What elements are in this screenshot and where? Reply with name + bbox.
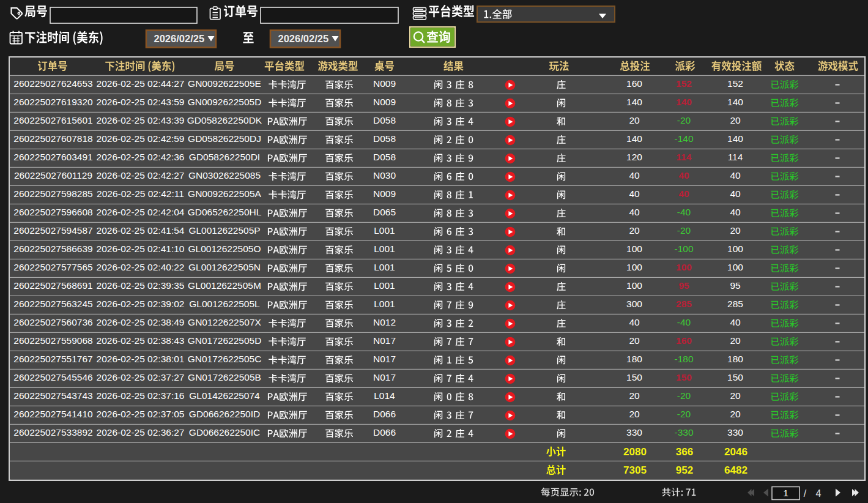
svg-text:-20: -20 [677,115,691,125]
svg-text:N017: N017 [373,335,396,346]
svg-text:2026-02-25 02:42:59: 2026-02-25 02:42:59 [97,133,185,144]
svg-text:GL01426225074: GL01426225074 [189,390,260,401]
svg-text:2026-02-25 02:37:16: 2026-02-25 02:37:16 [97,390,185,401]
svg-text:N009: N009 [373,78,396,89]
svg-text:100: 100 [727,262,743,272]
svg-text:2026-02-25 02:42:36: 2026-02-25 02:42:36 [97,152,185,162]
svg-text:N009: N009 [373,97,396,107]
svg-text:GN0172622505C: GN0172622505C [188,354,262,364]
svg-text:2026-02-25 02:41:10: 2026-02-25 02:41:10 [97,244,185,254]
svg-text:2026-02-25 02:37:05: 2026-02-25 02:37:05 [97,409,185,419]
svg-text:20: 20 [730,409,741,419]
svg-text:260225027624653: 260225027624653 [13,78,92,89]
svg-text:40: 40 [730,188,741,199]
svg-text:2026-02-25 02:44:27: 2026-02-25 02:44:27 [97,78,185,89]
svg-text:40: 40 [730,317,741,327]
svg-text:GD065262250HL: GD065262250HL [188,207,262,217]
svg-text:285: 285 [676,299,692,309]
svg-text:2026-02-25 02:43:59: 2026-02-25 02:43:59 [97,97,185,107]
svg-text:GL0012622505N: GL0012622505N [188,262,261,272]
svg-text:GD058262250DK: GD058262250DK [187,115,262,125]
svg-text:260225027577565: 260225027577565 [13,262,92,272]
svg-text:260225027596608: 260225027596608 [13,207,92,217]
svg-text:D066: D066 [373,427,396,438]
svg-text:2026-02-25 02:41:54: 2026-02-25 02:41:54 [97,225,185,236]
svg-text:100: 100 [626,280,642,291]
svg-text:260225027551767: 260225027551767 [13,354,92,364]
svg-text:D065: D065 [373,207,396,217]
svg-text:20: 20 [730,335,741,346]
svg-text:N017: N017 [373,372,396,382]
svg-text:4: 4 [816,488,822,499]
svg-text:2080: 2080 [623,446,647,458]
svg-text:2026-02-25 02:38:43: 2026-02-25 02:38:43 [97,335,185,346]
svg-text:40: 40 [730,170,741,181]
svg-text:260225027541410: 260225027541410 [13,409,93,419]
svg-text:152: 152 [676,78,692,89]
svg-text:260225027560736: 260225027560736 [13,317,92,327]
svg-text:150: 150 [626,372,642,382]
svg-text:GL0012622505P: GL0012622505P [188,225,260,236]
svg-text:140: 140 [727,133,743,144]
svg-text:260225027559068: 260225027559068 [13,335,92,346]
svg-text:N017: N017 [373,354,396,364]
svg-text:-40: -40 [677,207,691,217]
svg-text:2026-02-25 02:42:11: 2026-02-25 02:42:11 [97,188,184,199]
svg-text:160: 160 [676,335,692,346]
svg-text:20: 20 [730,115,741,125]
svg-text:330: 330 [626,427,642,438]
svg-text:20: 20 [629,225,640,236]
svg-text:260225027563245: 260225027563245 [13,299,92,309]
svg-text:2026/02/25: 2026/02/25 [154,33,205,44]
svg-text:N012: N012 [373,317,396,327]
svg-text:GN0092622505A: GN0092622505A [188,188,261,199]
svg-text:20: 20 [629,335,640,346]
svg-text:285: 285 [727,299,743,309]
svg-text:260225027533892: 260225027533892 [13,427,92,438]
svg-text:260225027568691: 260225027568691 [13,280,92,291]
svg-text:GN0122622507X: GN0122622507X [188,317,261,327]
svg-text:2026-02-25 02:42:04: 2026-02-25 02:42:04 [97,207,185,217]
svg-text:260225027607818: 260225027607818 [13,133,92,144]
svg-text:366: 366 [676,446,693,458]
svg-text:140: 140 [626,133,642,144]
svg-text:6482: 6482 [724,464,747,476]
svg-text:GD066262250IC: GD066262250IC [189,427,260,438]
svg-text:-20: -20 [677,409,691,419]
svg-text:GL0012622505O: GL0012622505O [188,244,261,254]
svg-text:D058: D058 [373,115,396,125]
svg-text:40: 40 [730,207,741,217]
svg-text:2046: 2046 [724,446,747,458]
svg-text:100: 100 [626,262,642,272]
svg-text:40: 40 [629,170,640,181]
svg-text:40: 40 [678,188,689,199]
svg-text:L001: L001 [374,225,395,236]
svg-text:-180: -180 [674,354,693,364]
svg-text:2026-02-25 02:38:49: 2026-02-25 02:38:49 [97,317,185,327]
svg-text:260225027603491: 260225027603491 [13,152,92,162]
svg-text:150: 150 [676,372,692,382]
svg-text:260225027543743: 260225027543743 [13,390,92,401]
svg-text:-140: -140 [674,133,693,144]
svg-text:N009: N009 [373,188,396,199]
svg-text:20: 20 [730,225,741,236]
svg-text:L001: L001 [374,244,395,254]
svg-text:20: 20 [629,115,640,125]
svg-text:2026/02/25: 2026/02/25 [278,33,329,44]
svg-text:2026-02-25 02:40:22: 2026-02-25 02:40:22 [97,262,185,272]
svg-text:D058: D058 [373,133,396,144]
svg-text:2026-02-25 02:36:27: 2026-02-25 02:36:27 [97,427,185,438]
svg-text:40: 40 [678,170,689,181]
svg-text:100: 100 [676,262,692,272]
svg-text:100: 100 [727,244,743,254]
svg-text:-330: -330 [674,427,693,438]
svg-text:2026-02-25 02:42:27: 2026-02-25 02:42:27 [97,170,185,181]
svg-text:-20: -20 [677,390,691,401]
svg-text:L001: L001 [374,262,395,272]
svg-text:120: 120 [626,152,642,162]
svg-text:L001: L001 [374,280,395,291]
svg-text:L014: L014 [374,390,395,401]
svg-text:GD058262250DJ: GD058262250DJ [188,133,261,144]
svg-text:2026-02-25 02:39:35: 2026-02-25 02:39:35 [97,280,185,291]
svg-text:180: 180 [626,354,642,364]
